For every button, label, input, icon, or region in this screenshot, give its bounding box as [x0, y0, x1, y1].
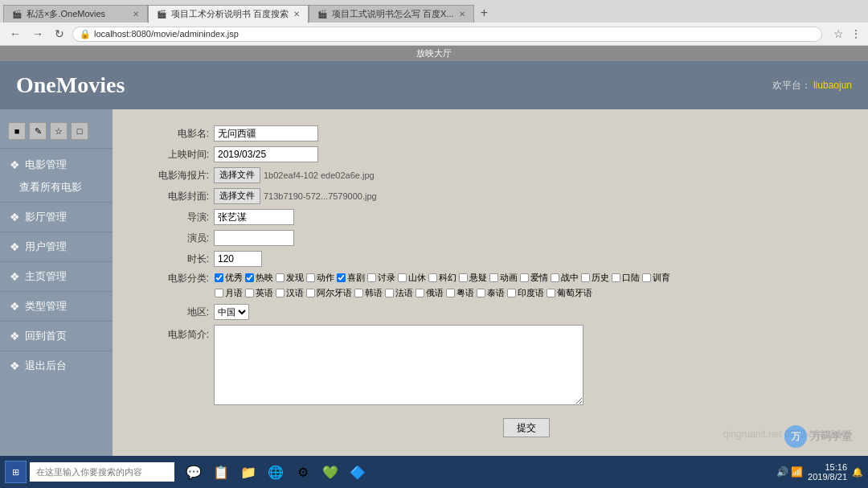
back-button[interactable]: ← [6, 26, 24, 42]
release-input[interactable] [214, 146, 318, 162]
cat-donghua-check[interactable] [489, 273, 498, 282]
tool-btn-4[interactable]: □ [71, 122, 88, 140]
sidebar-label-home-mgmt: 主页管理 [25, 269, 67, 284]
cat-zhanzheng-check[interactable] [551, 273, 559, 282]
clock-time: 15:16 [808, 462, 847, 472]
sidebar-item-back-home[interactable]: ❖ 回到首页 [0, 325, 113, 347]
reload-button[interactable]: ↻ [51, 26, 68, 42]
cat-xiju-check[interactable] [337, 273, 346, 282]
cat-kehuan: 科幻 [428, 272, 457, 284]
tool-btn-2[interactable]: ✎ [29, 122, 47, 140]
sidebar-item-home-mgmt[interactable]: ❖ 主页管理 [0, 265, 113, 288]
cat-zhanzheng: 战中 [550, 272, 579, 284]
cat-jilu-check[interactable] [367, 273, 376, 282]
divider-6 [0, 351, 113, 351]
cat-xunyu-check[interactable] [642, 273, 651, 282]
sidebar-label-back-home: 回到首页 [25, 329, 67, 343]
lang-tai-check[interactable] [477, 289, 485, 297]
taskbar-app-settings[interactable]: ⚙ [290, 459, 316, 485]
lang-fa-check[interactable] [385, 289, 394, 297]
browser-tab-1[interactable]: 🎬 私活×多.OneMovies ✕ [3, 5, 148, 23]
cat-xuanyi-check[interactable] [459, 273, 468, 282]
sidebar-item-logout[interactable]: ❖ 退出后台 [0, 355, 113, 377]
user-info: 欢平台： liubaojun [772, 79, 852, 92]
tab3-close[interactable]: ✕ [459, 10, 465, 18]
start-button[interactable]: ⊞ [5, 461, 27, 483]
forward-button[interactable]: → [29, 26, 47, 42]
browser-tab-3[interactable]: 🎬 项目工式说明书怎么写 百度X... ✕ [309, 5, 474, 23]
lang-han-check[interactable] [276, 289, 285, 297]
taskbar-search-input[interactable] [30, 462, 174, 482]
cat-youxiu-check[interactable] [215, 273, 223, 282]
cat-dongzuo: 动作 [305, 272, 334, 284]
lang-alya-check[interactable] [306, 289, 315, 297]
lang-alya: 阿尔牙语 [305, 287, 352, 299]
lang-yue-check[interactable] [215, 289, 223, 297]
cover-label: 电影封面: [137, 190, 209, 203]
user-mgmt-icon: ❖ [10, 240, 20, 253]
sidebar-item-cinema-mgmt[interactable]: ❖ 影厅管理 [0, 206, 113, 228]
lang-e-check[interactable] [416, 289, 424, 297]
title-input[interactable] [214, 125, 318, 141]
tool-btn-1[interactable]: ■ [8, 122, 26, 140]
poster-label: 电影海报片: [137, 169, 209, 182]
lang-ying-check[interactable] [245, 289, 254, 297]
taskbar-app-taskview[interactable]: 📋 [208, 459, 234, 485]
cat-reying-check[interactable] [245, 273, 254, 282]
cat-lishi-check[interactable] [581, 273, 590, 282]
sidebar-item-user-mgmt[interactable]: ❖ 用户管理 [0, 236, 113, 258]
clock-date: 2019/8/21 [808, 472, 847, 482]
sidebar-item-all-movies[interactable]: 查看所有电影 [0, 176, 113, 199]
notification-icon[interactable]: 🔔 [852, 467, 863, 478]
watermark-logo: 万 万码学堂 [784, 425, 852, 448]
sidebar-item-movie-mgmt[interactable]: ❖ 电影管理 [0, 154, 113, 176]
lang-han-ko-check[interactable] [354, 289, 363, 297]
sidebar-label-type-mgmt: 类型管理 [25, 299, 67, 314]
tab2-favicon: 🎬 [157, 10, 166, 18]
divider-3 [0, 261, 113, 262]
taskbar-app-explorer[interactable]: 📁 [235, 459, 261, 485]
poster-row: 电影海报片: 选择文件 1b02eaf4-102 ede02a6e.jpg [137, 167, 844, 183]
lang-yue2: 粤语 [445, 287, 474, 299]
lang-yindu-check[interactable] [507, 289, 516, 297]
lang-fa: 法语 [384, 287, 413, 299]
poster-file-btn[interactable]: 选择文件 [214, 167, 260, 183]
tab2-close[interactable]: ✕ [293, 10, 300, 18]
taskbar-app-wechat[interactable]: 💚 [317, 459, 343, 485]
taskbar-app-cortana[interactable]: 💬 [181, 459, 207, 485]
cat-faxian-check[interactable] [276, 273, 285, 282]
sidebar: ■ ✎ ☆ □ ❖ 电影管理 查看所有电影 ❖ 影厅管理 ❖ 用户管理 [0, 109, 113, 487]
cat-shanxiu-check[interactable] [398, 273, 407, 282]
duration-input[interactable] [214, 251, 262, 267]
lang-putao-check[interactable] [547, 289, 555, 297]
director-input[interactable] [214, 209, 294, 225]
tab1-close[interactable]: ✕ [133, 10, 139, 18]
cat-kehuan-check[interactable] [428, 273, 437, 282]
sidebar-toolbar: ■ ✎ ☆ □ [0, 117, 113, 149]
actors-input[interactable] [214, 230, 294, 246]
sidebar-item-type-mgmt[interactable]: ❖ 类型管理 [0, 295, 113, 318]
tool-btn-3[interactable]: ☆ [50, 122, 68, 140]
language-group: 月语 英语 汉语 阿尔牙语 韩语 [214, 287, 844, 299]
lang-e: 俄语 [415, 287, 444, 299]
menu-icon[interactable]: ⋮ [850, 27, 862, 40]
cat-dongzuo-check[interactable] [306, 273, 315, 282]
intro-textarea[interactable] [214, 325, 583, 405]
bookmark-icon[interactable]: ☆ [833, 27, 844, 40]
cover-file-btn[interactable]: 选择文件 [214, 188, 260, 204]
cat-koulu-check[interactable] [612, 273, 620, 282]
home-mgmt-icon: ❖ [10, 270, 20, 283]
lang-tai: 泰语 [476, 287, 505, 299]
submit-button[interactable]: 提交 [503, 418, 550, 437]
new-tab-button[interactable]: + [474, 3, 494, 23]
duration-label: 时长: [137, 252, 209, 266]
browser-tab-2[interactable]: 🎬 项目工术分析说明书 百度搜索 ✕ [148, 5, 309, 23]
cat-aiqing-check[interactable] [520, 273, 529, 282]
actors-row: 演员: [137, 230, 844, 246]
divider-2 [0, 232, 113, 232]
cat-lishi: 历史 [580, 272, 609, 284]
taskbar-app-qq[interactable]: 🔷 [345, 459, 371, 485]
region-select[interactable]: 中国 美国 日本 韩国 [214, 304, 249, 320]
lang-yue2-check[interactable] [446, 289, 455, 297]
taskbar-app-browser[interactable]: 🌐 [263, 459, 289, 485]
